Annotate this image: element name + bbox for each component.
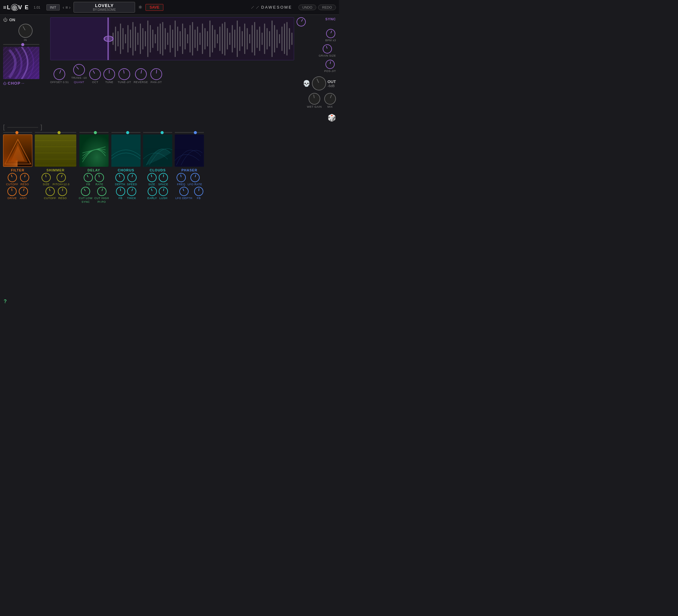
svg-rect-25	[164, 28, 165, 49]
filter-cutoff-label: CUTOFF	[6, 183, 18, 186]
sync-label: SYNC	[325, 17, 336, 21]
clouds-space-knob[interactable]	[158, 173, 168, 183]
phaser-lfo-depth-knob[interactable]	[178, 185, 189, 197]
phaser-lfo-rate-label: LFO RATE	[188, 183, 202, 186]
in-knob[interactable]	[16, 21, 35, 41]
svg-rect-20	[152, 30, 153, 48]
tune-jit-knob-container: TUNE-JIT	[117, 68, 131, 84]
redo-button[interactable]: REDO	[318, 5, 336, 10]
shimmer-name: SHIMMER	[46, 168, 65, 172]
chop-label: CHOP	[8, 81, 21, 85]
clouds-early-knob[interactable]	[146, 185, 158, 197]
chop-power-icon[interactable]: ⏻	[3, 81, 6, 85]
pan-jit-knob[interactable]	[150, 68, 162, 80]
menu-icon[interactable]: ≡	[65, 5, 68, 10]
pos-jit-knob[interactable]	[325, 59, 336, 70]
atom-icon[interactable]: ⚛	[138, 4, 143, 10]
oct-knob-container: OCT	[89, 68, 101, 84]
filter-cutoff-knob[interactable]	[6, 172, 18, 183]
filter-reso-knob[interactable]	[20, 172, 30, 183]
shimmer-slider-thumb[interactable]	[58, 131, 61, 134]
prev-arrow-icon[interactable]: ‹	[63, 5, 64, 10]
delay-slider-thumb[interactable]	[94, 131, 97, 134]
shimmer-cutoff-label: CUTOFF	[44, 196, 56, 200]
svg-rect-43	[210, 21, 211, 57]
in-label: IN	[24, 38, 27, 41]
svg-rect-0	[3, 47, 39, 79]
right-panel: SYNC BPM x3 GRAIN SIZE POS-JIT 💀	[297, 17, 336, 122]
chorus-slider-thumb[interactable]	[126, 131, 129, 134]
delay-cut-high-knob[interactable]	[96, 186, 107, 197]
svg-rect-13	[135, 27, 136, 51]
shimmer-pitch-knob[interactable]	[55, 172, 67, 183]
svg-rect-9	[125, 34, 126, 43]
preset-author: BY:DAWESOME	[93, 8, 116, 11]
oct-knob[interactable]	[87, 66, 103, 82]
out-knob[interactable]	[309, 74, 328, 93]
delay-fb-knob[interactable]	[82, 171, 95, 184]
delay-cut-low-knob[interactable]	[79, 185, 92, 198]
trans-knob[interactable]	[71, 62, 87, 78]
phaser-slider-thumb[interactable]	[194, 131, 197, 134]
filter-reso-label: RESO	[20, 183, 29, 186]
bracket-left-icon: [	[3, 124, 5, 131]
bpm-knob[interactable]	[325, 28, 337, 39]
shimmer-cutoff-knob[interactable]	[44, 186, 56, 197]
clouds-size-knob[interactable]	[146, 172, 157, 183]
svg-rect-8	[122, 28, 123, 49]
offset-knob[interactable]	[52, 67, 67, 82]
chorus-thick-knob[interactable]	[125, 185, 137, 197]
filter-knobs: CUTOFF RESO	[6, 173, 29, 186]
undo-redo-section: UNDO REDO	[298, 5, 336, 10]
filter-slider-thumb[interactable]	[15, 131, 18, 134]
undo-button[interactable]: UNDO	[298, 5, 316, 10]
header: ≡L◎V E 1.01 INIT ‹ ≡ › LOVELY BY:DAWESOM…	[0, 0, 339, 15]
bpm-label: BPM x3	[325, 39, 336, 42]
reverse-knob[interactable]	[134, 67, 148, 81]
offset-label: OFFSET 0.51	[50, 81, 69, 84]
sync-knob[interactable]	[295, 16, 308, 28]
chorus-speed-knob[interactable]	[127, 172, 138, 183]
brand-slash-icon: ⟋⟋	[250, 5, 260, 10]
phaser-freq-knob[interactable]	[176, 172, 187, 183]
chorus-depth-knob[interactable]	[114, 172, 126, 183]
mix-label: MIX	[327, 105, 333, 108]
tune-jit-knob[interactable]	[117, 67, 131, 81]
grain-size-knob[interactable]	[322, 43, 333, 55]
mix-knob[interactable]	[323, 92, 338, 106]
delay-rate-knob[interactable]	[94, 172, 105, 183]
clouds-lush-knob[interactable]	[158, 186, 169, 197]
filter-drive-knob[interactable]	[7, 186, 17, 196]
next-arrow-icon[interactable]: ›	[69, 5, 71, 10]
svg-rect-40	[202, 24, 203, 54]
save-button[interactable]: SAVE	[146, 4, 163, 11]
parameter-knobs: OFFSET 0.51 TRANS -10 QUANT OCT TUNE TUN…	[50, 64, 294, 84]
init-button[interactable]: INIT	[46, 4, 60, 10]
wet-gain-knob-container: WET GAIN	[307, 93, 322, 108]
wet-gain-knob[interactable]	[308, 92, 321, 106]
svg-rect-32	[182, 24, 183, 54]
svg-rect-30	[177, 27, 178, 51]
phaser-fb-knob[interactable]	[194, 186, 204, 196]
delay-cut-high-label: CUT HIGH	[95, 196, 109, 200]
chorus-fb-knob[interactable]	[115, 186, 125, 196]
power-icon[interactable]: ⏻	[3, 17, 7, 22]
thumb-slider[interactable]	[21, 43, 24, 46]
randomize-dice-icon[interactable]: 🎲	[328, 114, 336, 122]
tune-knob[interactable]	[103, 68, 115, 80]
shimmer-size-knob[interactable]	[41, 172, 52, 183]
power-section: ⏻ ON	[3, 17, 48, 22]
filter-anti-knob[interactable]	[17, 186, 29, 197]
phaser-top-knobs: FREQ LFO RATE	[177, 173, 202, 186]
clouds-slider-thumb[interactable]	[160, 131, 164, 134]
skull-icon: 💀	[303, 80, 310, 87]
center-area: OFFSET 0.51 TRANS -10 QUANT OCT TUNE TUN…	[50, 17, 294, 122]
trans-knob-container: TRANS -10 QUANT	[71, 64, 87, 84]
phaser-lfo-rate-knob[interactable]	[189, 172, 200, 183]
shimmer-reso-knob[interactable]	[58, 186, 68, 196]
svg-rect-28	[172, 30, 173, 48]
delay-unit: DELAY FB RATE CUT LOW SYNC CUT HIGH PI-P…	[79, 132, 109, 204]
svg-rect-58	[247, 28, 248, 49]
help-question-mark[interactable]: ?	[4, 299, 7, 304]
clouds-bottom-knobs: EARLY LUSH	[147, 187, 168, 200]
